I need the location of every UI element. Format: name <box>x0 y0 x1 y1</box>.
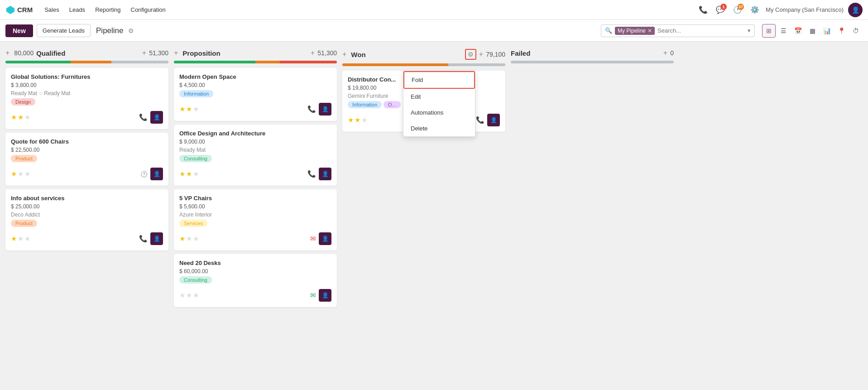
email-green-icon[interactable]: ✉ <box>310 291 316 299</box>
proposition-title: Proposition <box>182 49 307 57</box>
card-5vp-chairs[interactable]: 5 VP Chairs $ 5,600.00 Azure Interior Se… <box>174 189 337 250</box>
phone-icon[interactable]: 📞 <box>139 235 148 243</box>
card-stars: ★ ★ ★ <box>179 170 199 178</box>
email-icon[interactable]: ✉ <box>310 235 316 243</box>
won-add-right-icon[interactable]: + <box>479 50 483 58</box>
context-menu: Fold Edit Automations Delete <box>403 71 475 137</box>
qualified-progress <box>5 61 168 63</box>
card-company: Deco Addict <box>11 212 163 218</box>
card-title: Quote for 600 Chairs <box>11 138 163 145</box>
proposition-add-right-icon[interactable]: + <box>311 49 315 57</box>
search-input[interactable] <box>657 27 745 34</box>
card-global-solutions[interactable]: Global Solutions: Furnitures $ 3,800.00 … <box>5 68 168 129</box>
card-avatar: 👤 <box>319 232 331 245</box>
card-info-services[interactable]: Info about services $ 25,000.00 Deco Add… <box>5 189 168 250</box>
context-menu-automations[interactable]: Automations <box>403 105 475 120</box>
qualified-add-left-icon[interactable]: + <box>5 49 10 57</box>
card-stars: ★ ★ ★ <box>179 235 199 243</box>
card-avatar: 👤 <box>150 232 163 245</box>
notifications-badge: 1 <box>720 4 727 10</box>
generate-leads-button[interactable]: Generate Leads <box>37 24 91 37</box>
messages-icon[interactable]: 🕐 37 <box>731 4 744 16</box>
won-add-left-icon[interactable]: + <box>342 50 346 58</box>
my-pipeline-filter[interactable]: My Pipeline ✕ <box>615 27 655 35</box>
card-stars: ★ ★ ★ <box>11 113 30 121</box>
proposition-add-left-icon[interactable]: + <box>174 49 178 57</box>
search-bar: 🔍 My Pipeline ✕ ▾ <box>601 24 755 37</box>
phone-icon[interactable]: 📞 <box>307 170 316 178</box>
card-title: 5 VP Chairs <box>179 195 331 202</box>
card-tag: Services <box>179 220 207 227</box>
app-logo[interactable]: CRM <box>5 5 33 15</box>
card-title: Info about services <box>11 195 163 202</box>
card-office-design[interactable]: Office Design and Architecture $ 9,000.0… <box>174 125 337 186</box>
context-menu-edit[interactable]: Edit <box>403 89 475 105</box>
chart-view-button[interactable]: 📊 <box>820 24 834 38</box>
search-dropdown-icon[interactable]: ▾ <box>748 27 751 34</box>
card-actions: 📞 👤 <box>139 111 163 124</box>
qualified-add-right-icon[interactable]: + <box>142 49 146 57</box>
won-title: Won <box>351 51 462 58</box>
menu-configuration[interactable]: Configuration <box>126 5 170 15</box>
menu-leads[interactable]: Leads <box>65 5 90 15</box>
phone-icon[interactable]: 📞 <box>139 113 148 121</box>
card-actions: ✉ 👤 <box>310 289 331 302</box>
pipeline-settings-icon[interactable]: ⚙ <box>128 27 134 34</box>
top-right-actions: 📞 💬 1 🕐 37 ⚙️ My Company (San Francisco)… <box>697 3 863 17</box>
failed-amount: 0 <box>670 49 674 57</box>
card-avatar: 👤 <box>319 289 331 302</box>
notifications-icon[interactable]: 💬 1 <box>714 4 727 16</box>
card-actions: 🕐 👤 <box>140 168 163 180</box>
menu-sales[interactable]: Sales <box>40 5 64 15</box>
won-progress <box>342 63 505 66</box>
qualified-column-header: + 80,000 Qualified + 51,300 <box>5 49 168 57</box>
menu-reporting[interactable]: Reporting <box>91 5 125 15</box>
card-footer: ★ ★ ★ 📞 👤 <box>179 168 331 180</box>
card-modern-open-space[interactable]: Modern Open Space $ 4,500.00 Information… <box>174 68 337 121</box>
proposition-column-header: + Proposition + 51,300 <box>174 49 337 57</box>
proposition-progress <box>174 61 337 63</box>
card-actions: 📞 👤 <box>476 114 500 126</box>
card-stars: ★ ★ ★ <box>11 170 30 178</box>
failed-add-right-icon[interactable]: + <box>663 49 667 57</box>
card-company: Azure Interior <box>179 212 331 218</box>
context-menu-delete[interactable]: Delete <box>403 120 475 136</box>
card-amount: $ 5,600.00 <box>179 203 331 210</box>
toolbar: New Generate Leads Pipeline ⚙ 🔍 My Pipel… <box>0 20 868 42</box>
new-button[interactable]: New <box>5 24 33 37</box>
card-tag: Product <box>11 220 37 227</box>
qualified-amount-left: 80,000 <box>14 49 34 57</box>
activity-view-button[interactable]: ⏱ <box>849 24 863 38</box>
context-menu-fold[interactable]: Fold <box>403 71 475 89</box>
user-avatar[interactable]: 👤 <box>848 3 863 17</box>
qualified-title: Qualified <box>36 49 139 57</box>
won-amount: 79,100 <box>486 51 505 58</box>
card-tag-other: O... <box>384 101 401 108</box>
card-tag: Design <box>11 98 35 106</box>
card-avatar: 👤 <box>319 168 331 180</box>
kanban-view-button[interactable]: ⊞ <box>762 24 776 38</box>
card-avatar: 👤 <box>487 114 500 126</box>
settings-icon[interactable]: ⚙️ <box>748 4 761 16</box>
card-actions: 📞 👤 <box>307 168 331 180</box>
card-title: Need 20 Desks <box>179 260 331 266</box>
card-amount: $ 9,000.00 <box>179 139 331 145</box>
phone-icon[interactable]: 📞 <box>697 4 710 16</box>
card-actions: 📞 👤 <box>307 103 331 116</box>
messages-badge: 37 <box>738 4 744 10</box>
list-view-button[interactable]: ☰ <box>777 24 790 38</box>
column-failed: Failed + 0 <box>511 49 674 68</box>
clock-icon[interactable]: 🕐 <box>140 171 148 178</box>
calendar-view-button[interactable]: 📅 <box>791 24 805 38</box>
phone-icon[interactable]: 📞 <box>476 116 484 124</box>
phone-icon[interactable]: 📞 <box>307 105 316 113</box>
card-need-20-desks[interactable]: Need 20 Desks $ 60,000.00 Consulting ★ ★… <box>174 254 337 307</box>
won-gear-icon[interactable]: ⚙ <box>465 49 476 60</box>
card-avatar: 👤 <box>150 111 163 124</box>
filter-remove-icon[interactable]: ✕ <box>647 28 652 34</box>
card-actions: 📞 👤 <box>139 232 163 245</box>
map-view-button[interactable]: 📍 <box>834 24 848 38</box>
card-quote-600-chairs[interactable]: Quote for 600 Chairs $ 22,500.00 Product… <box>5 133 168 186</box>
failed-progress <box>511 61 674 63</box>
grid-view-button[interactable]: ▦ <box>806 24 819 38</box>
